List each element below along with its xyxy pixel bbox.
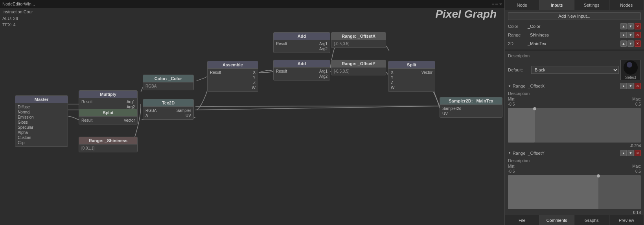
triangle-offsety: ▼: [508, 151, 511, 155]
range-offsetx-label: Range: [513, 84, 528, 88]
node-splat[interactable]: Splat ResultVector: [79, 109, 138, 124]
offsetx-down-btn[interactable]: ▼: [627, 83, 634, 89]
top-tabs: Node Inputs Settings Nodes: [505, 0, 644, 10]
input-actions-offsetx: ▲ ▼ ✕: [620, 83, 641, 89]
input-name-color: _Color: [528, 24, 620, 29]
node-color[interactable]: Color: _Color RGBA: [143, 75, 194, 90]
node-editor: NodeEditorWin... ━ ━ ✕ Instruction Cour …: [0, 0, 504, 225]
node-splat-body: ResultVector: [79, 117, 137, 124]
input-type-range: Range: [508, 33, 528, 37]
node-sampler-header: Sampler2D: _MainTex: [440, 97, 502, 105]
input-row-2d: 2D _MainTex ▲ ▼ ✕: [505, 40, 644, 48]
tab-graphs[interactable]: Graphs: [574, 215, 609, 225]
tab-file[interactable]: File: [505, 215, 540, 225]
node-add2[interactable]: Add ResultArg1 Arg2: [273, 60, 330, 80]
offsetx-delete-btn[interactable]: ✕: [635, 83, 641, 89]
offsetx-slider-thumb[interactable]: [533, 107, 536, 110]
node-multiply-header: Multiply: [79, 91, 137, 98]
node-master[interactable]: Master Diffuse Normal Emission Gloss Spe…: [15, 95, 68, 147]
node-range-offsetx-header: Range: _OffsetX: [331, 33, 386, 40]
offsety-slider-fill: [508, 175, 598, 210]
bottom-tabs: File Comments Graphs Preview: [505, 215, 644, 225]
node-assemble[interactable]: Assemble ResultX Y Z W: [207, 61, 258, 92]
node-range-offsetx-body: [-0.5,0.5]: [331, 40, 386, 48]
node-color-header: Color: _Color: [143, 75, 193, 82]
input-actions-color: ▲ ▼ ✕: [620, 23, 641, 29]
range-delete-btn[interactable]: ✕: [635, 32, 641, 38]
input-name-shininess: _Shininess: [528, 33, 620, 37]
node-multiply[interactable]: Multiply ResultArg1 Arg2: [79, 90, 138, 111]
node-sampler2d[interactable]: Sampler2D: _MainTex Sampler2d UV: [440, 97, 502, 118]
2d-down-btn[interactable]: ▼: [627, 40, 634, 47]
window-title: NodeEditorWin...: [2, 2, 35, 6]
node-sampler-body: Sampler2d UV: [440, 105, 502, 117]
node-tex2d-header: Tex2D: [143, 99, 193, 107]
connections-svg: [0, 0, 504, 225]
node-shininess-header: Range: _Shininess: [79, 137, 137, 145]
color-dropdown[interactable]: Black White Gray: [531, 66, 619, 74]
node-tex2d-body: RGBASampler AUV: [143, 107, 193, 119]
node-tex2d[interactable]: Tex2D RGBASampler AUV: [143, 99, 194, 120]
tab-preview[interactable]: Preview: [609, 215, 644, 225]
2d-up-btn[interactable]: ▲: [620, 40, 627, 47]
tab-inputs[interactable]: Inputs: [540, 0, 575, 10]
2d-delete-btn[interactable]: ✕: [635, 40, 641, 47]
node-range-offsetx[interactable]: Range: _OffsetX [-0.5,0.5]: [331, 32, 386, 48]
node-shininess-body: [0.01,1]: [79, 145, 137, 152]
node-master-body: Diffuse Normal Emission Gloss Specular A…: [15, 103, 68, 146]
offsetx-up-btn[interactable]: ▲: [620, 83, 627, 89]
offsety-delete-btn[interactable]: ✕: [635, 150, 641, 156]
title-bar: NodeEditorWin... ━ ━ ✕: [0, 0, 504, 8]
offsety-max-label: Max:: [632, 164, 641, 168]
node-range-offsety[interactable]: Range: _OffsetY [-0.5,0.5]: [331, 60, 386, 75]
node-add1-body: ResultArg1 Arg2: [274, 40, 330, 53]
right-panel: Node Inputs Settings Nodes Add New Input…: [504, 0, 644, 225]
pixel-graph-title: Pixel Graph: [435, 8, 497, 20]
tab-node[interactable]: Node: [505, 0, 540, 10]
input-actions-range: ▲ ▼ ✕: [620, 32, 641, 38]
range-down-btn[interactable]: ▼: [627, 32, 634, 38]
add-new-input-button[interactable]: Add New Input...: [508, 12, 641, 20]
offsetx-max-value: 0.5: [635, 102, 641, 106]
default-label: Default:: [508, 68, 530, 72]
offsetx-slider-track[interactable]: [508, 108, 641, 143]
node-splat-header: Splat: [79, 109, 137, 117]
color-preview: [624, 60, 638, 75]
offsety-slider-value: 0.18: [505, 210, 644, 215]
node-color-body: RGBA: [143, 82, 193, 90]
color-down-btn[interactable]: ▼: [627, 23, 634, 29]
offsety-slider-thumb[interactable]: [597, 174, 600, 177]
node-split[interactable]: Split XVector Y Z W: [388, 61, 435, 92]
offsety-minmax-values: -0.5 0.5: [505, 169, 644, 174]
node-master-header: Master: [15, 96, 68, 103]
tab-settings[interactable]: Settings: [574, 0, 609, 10]
offsetx-min-label: Min:: [508, 97, 515, 101]
offsety-description: Description: [505, 157, 644, 164]
tab-nodes[interactable]: Nodes: [609, 0, 644, 10]
offsety-minmax: Min: Max:: [505, 164, 644, 169]
offsetx-min-value: -0.5: [508, 102, 515, 106]
node-shininess[interactable]: Range: _Shininess [0.01,1]: [79, 137, 138, 152]
input-row-color: Color _Color ▲ ▼ ✕: [505, 22, 644, 30]
node-add1[interactable]: Add ResultArg1 Arg2: [273, 32, 330, 53]
input-name-maintex: _MainTex: [528, 41, 620, 46]
input-row-range: Range _Shininess ▲ ▼ ✕: [505, 31, 644, 39]
node-assemble-header: Assemble: [208, 61, 258, 69]
tex-label: TEX: 4: [2, 22, 33, 28]
offsety-max-value: 0.5: [635, 169, 641, 174]
triangle-offsetx: ▼: [508, 84, 511, 88]
input-type-2d: 2D: [508, 41, 528, 46]
node-split-body: XVector Y Z W: [388, 69, 435, 91]
offsety-down-btn[interactable]: ▼: [627, 150, 634, 156]
offsety-slider-track[interactable]: [508, 175, 641, 210]
alu-label: ALU: 36: [2, 15, 33, 22]
color-delete-btn[interactable]: ✕: [635, 23, 641, 29]
node-add1-header: Add: [274, 33, 330, 40]
offsety-up-btn[interactable]: ▲: [620, 150, 627, 156]
color-up-btn[interactable]: ▲: [620, 23, 627, 29]
range-up-btn[interactable]: ▲: [620, 32, 627, 38]
tab-comments[interactable]: Comments: [540, 215, 575, 225]
offsety-min-value: -0.5: [508, 169, 515, 174]
instruction-label: Instruction Cour: [2, 9, 33, 15]
select-button[interactable]: Select: [620, 60, 641, 80]
